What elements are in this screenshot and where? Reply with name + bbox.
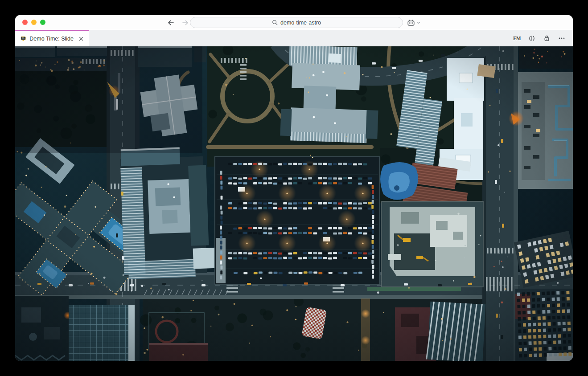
aerial-photo	[15, 46, 573, 361]
tabbar-divider	[15, 30, 573, 30]
lock-button[interactable]	[543, 34, 551, 42]
tabbar-actions: FM	[513, 30, 566, 46]
browser-window: demo-time-astro Demo Time: Slide	[15, 15, 573, 361]
browser-toolbar: demo-time-astro	[15, 15, 573, 30]
presentation-screen-icon	[21, 35, 26, 42]
page-content	[15, 46, 573, 361]
close-window-button[interactable]	[22, 20, 28, 25]
lock-icon	[543, 34, 551, 42]
tab-demo-time-slide[interactable]: Demo Time: Slide	[15, 30, 89, 46]
fm-badge-icon: FM	[513, 36, 521, 41]
robot-face-icon	[407, 18, 415, 27]
forward-button[interactable]	[180, 17, 191, 28]
tab-close-button[interactable]	[77, 35, 85, 43]
close-icon	[78, 36, 84, 42]
traffic-lights	[22, 20, 45, 25]
chevron-down-icon	[416, 20, 421, 25]
search-icon	[272, 20, 278, 25]
back-button[interactable]	[165, 17, 176, 28]
more-ellipsis-icon	[558, 34, 566, 42]
fm-extension-button[interactable]: FM	[513, 36, 521, 41]
tab-bar: Demo Time: Slide FM	[15, 30, 573, 46]
desktop: { "tab": { "title": "Demo Time: Slide", …	[0, 0, 588, 376]
address-bar[interactable]: demo-time-astro	[190, 17, 403, 28]
arrow-left-icon	[167, 19, 175, 27]
url-text: demo-time-astro	[280, 20, 321, 26]
arrow-right-icon	[181, 19, 189, 27]
profile-button[interactable]	[407, 17, 421, 28]
zoom-window-button[interactable]	[40, 20, 45, 25]
tab-title: Demo Time: Slide	[29, 36, 74, 42]
split-view-button[interactable]	[528, 34, 536, 42]
nav-buttons	[165, 17, 191, 28]
minimize-window-button[interactable]	[31, 20, 37, 25]
more-menu-button[interactable]	[558, 34, 566, 42]
corner-shadow	[15, 46, 202, 153]
split-view-icon	[528, 34, 536, 42]
